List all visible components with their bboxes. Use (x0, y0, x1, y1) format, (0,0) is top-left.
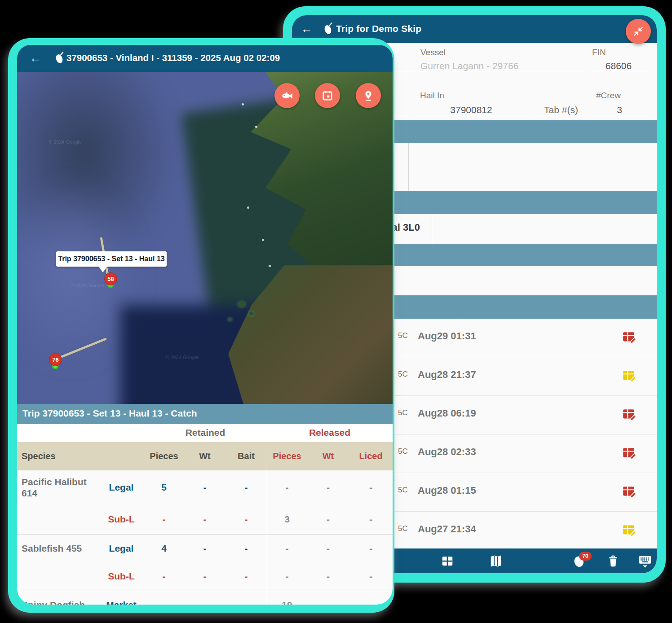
wt-header: Wt (184, 451, 225, 461)
map-view[interactable]: © 2024 Google © 2024 Google © 2024 Googl… (17, 72, 393, 404)
table-edit-icon[interactable] (621, 484, 637, 500)
area-code: 5C (398, 524, 408, 533)
map-icon[interactable] (489, 554, 503, 568)
released-value: - (307, 543, 349, 554)
retained-label: Retained (144, 427, 267, 438)
liced-header: Liced (349, 451, 393, 461)
table-edit-icon[interactable] (621, 368, 637, 384)
tab-divider (432, 214, 432, 244)
back-arrow-icon[interactable]: ← (301, 22, 313, 36)
catch-group-row: Retained Released (17, 424, 393, 442)
size-class: Market (99, 600, 144, 605)
calendar-icon (322, 90, 333, 101)
haul-time: Aug28 21:37 (418, 369, 476, 381)
retained-value: - (184, 543, 225, 554)
collapse-button[interactable] (626, 19, 651, 44)
collapse-icon (632, 26, 644, 37)
grid-icon[interactable] (441, 554, 454, 568)
fin-field[interactable]: 68606 (589, 61, 648, 71)
table-edit-icon[interactable] (621, 522, 637, 539)
released-value: - (349, 571, 393, 582)
back-arrow-icon[interactable]: ← (30, 51, 41, 65)
haul-time: Aug29 01:31 (418, 330, 476, 342)
trip-title: Trip for Demo Skip (336, 23, 421, 34)
haul-marker-58[interactable]: 58 (104, 272, 117, 285)
pin-drop-button[interactable] (356, 83, 381, 108)
haul-time: Aug28 06:19 (418, 408, 476, 419)
map-tooltip: Trip 37900653 - Set 13 - Haul 13 (56, 251, 167, 267)
table-edit-icon[interactable] (621, 445, 637, 461)
catch-row[interactable]: Sub-L---3-- (17, 505, 393, 535)
released-value: 3 (267, 514, 307, 525)
area-code: 5C (398, 370, 408, 379)
fish-icon (281, 89, 293, 102)
field-underline (533, 116, 589, 116)
vessel-label: Vessel (420, 48, 446, 57)
released-value: - (349, 600, 393, 605)
map-attribution: © 2024 Google (165, 355, 199, 360)
tooltip-pointer (99, 267, 107, 272)
keyboard-hide-icon[interactable] (638, 554, 652, 568)
catch-table-body: Pacific Halibut 614Legal5-----Sub-L---3-… (17, 470, 393, 605)
retained-value: - (225, 514, 267, 525)
area-code: 5C (398, 486, 408, 495)
bait-header: Bait (225, 451, 267, 461)
calendar-button[interactable] (315, 83, 340, 108)
catch-row[interactable]: Sablefish 455Legal4----- (17, 535, 393, 562)
table-edit-icon[interactable] (621, 407, 637, 423)
retained-value: - (184, 482, 225, 493)
area-code: 5C (398, 331, 408, 340)
crew-field[interactable]: 3 (592, 105, 647, 115)
catch-row[interactable]: Sub-L------ (17, 562, 393, 591)
islet (238, 302, 245, 307)
composite-screenshot: ← Trip for Demo Skip 78 Vessel Gurren La… (0, 0, 672, 623)
field-underline (589, 72, 648, 72)
leaf-icon (55, 52, 65, 66)
rel-pieces-header: Pieces (267, 451, 307, 461)
tab-numbers-field[interactable]: Tab #(s) (533, 105, 589, 115)
leaf-badge-icon[interactable]: 70 (573, 554, 592, 568)
retained-value: - (225, 600, 267, 605)
size-class: Sub-L (99, 514, 144, 525)
retained-value: - (225, 482, 267, 493)
retained-value: 5 (144, 482, 184, 493)
trash-icon[interactable] (606, 554, 620, 568)
released-value: - (307, 482, 349, 493)
haul-marker-76[interactable]: 76 (49, 353, 62, 366)
catch-column-headers: Species Pieces Wt Bait Pieces Wt Liced (17, 442, 393, 470)
fish-button[interactable] (274, 83, 300, 108)
islet (228, 318, 232, 321)
table-edit-icon[interactable] (621, 329, 637, 346)
catch-title: Trip 37900653 - Set 13 - Haul 13 - Catch (22, 408, 197, 419)
released-label: Released (267, 427, 393, 438)
catch-row[interactable]: Spiny DogfishMarket---19-- (17, 591, 393, 605)
fin-label: FIN (592, 48, 606, 57)
pin-drop-icon (363, 90, 374, 101)
notification-badge: 70 (579, 552, 592, 561)
vessel-field[interactable]: Gurren Lagann - 29766 (420, 61, 584, 71)
released-value: - (267, 482, 307, 493)
retained-released-divider (267, 442, 267, 605)
front-device-card: ← 37900653 - Vinland I - 311359 - 2025 A… (8, 38, 394, 613)
retained-value: - (144, 600, 184, 605)
released-value: - (349, 543, 393, 554)
released-value: - (349, 514, 393, 525)
catch-header-band: Trip 37900653 - Set 13 - Haul 13 - Catch (17, 404, 393, 424)
haul-title: 37900653 - Vinland I - 311359 - 2025 Aug… (66, 53, 280, 63)
retained-value: - (225, 571, 267, 582)
field-underline (420, 72, 584, 72)
crew-label: #Crew (596, 91, 621, 101)
size-class: Legal (99, 482, 144, 493)
species-name: Pacific Halibut 614 (17, 477, 99, 498)
haul-time: Aug28 01:15 (418, 485, 476, 496)
hail-in-label: Hail In (420, 91, 444, 101)
hail-in-field[interactable]: 37900812 (414, 105, 529, 115)
retained-value: - (184, 571, 225, 582)
tooltip-text: Trip 37900653 - Set 13 - Haul 13 (58, 255, 164, 263)
catch-row[interactable]: Pacific Halibut 614Legal5----- (17, 470, 393, 505)
rel-wt-header: Wt (307, 451, 349, 461)
species-name: Spiny Dogfish (17, 600, 99, 605)
retained-value: - (144, 514, 184, 525)
released-value: - (349, 482, 393, 493)
released-value: - (267, 571, 307, 582)
